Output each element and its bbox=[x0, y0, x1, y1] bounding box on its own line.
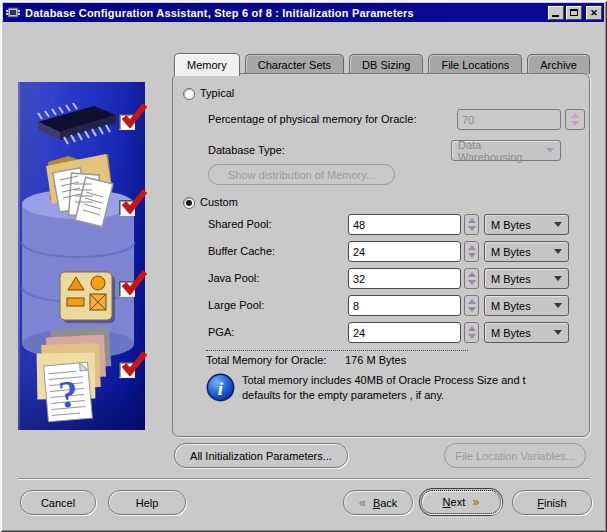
close-icon: ✕ bbox=[590, 8, 598, 18]
database-type-label: Database Type: bbox=[208, 140, 285, 161]
unit-value: M Bytes bbox=[491, 246, 531, 258]
java-pool-unit-select[interactable]: M Bytes bbox=[484, 268, 569, 289]
total-memory-label: Total Memory for Oracle: bbox=[206, 350, 326, 371]
button-label: Back bbox=[373, 497, 397, 509]
shared-pool-spinner[interactable] bbox=[464, 214, 479, 235]
field-value: 8 bbox=[353, 300, 359, 312]
button-label: Cancel bbox=[41, 497, 75, 509]
spinner-down-icon bbox=[571, 121, 579, 126]
minimize-icon bbox=[552, 15, 559, 17]
app-icon bbox=[6, 5, 21, 20]
window-title: Database Configuration Assistant, Step 6… bbox=[25, 7, 546, 19]
spinner-up-icon bbox=[468, 272, 476, 277]
file-location-variables-button: File Location Variables... bbox=[444, 443, 586, 468]
java-pool-field[interactable]: 32 bbox=[348, 268, 461, 289]
step-check-3 bbox=[119, 271, 149, 301]
buffer-cache-spinner[interactable] bbox=[464, 241, 479, 262]
java-pool-spinner[interactable] bbox=[464, 268, 479, 289]
database-type-select: Data Warehousing bbox=[451, 140, 561, 161]
pga-unit-select[interactable]: M Bytes bbox=[484, 322, 569, 343]
step-check-2 bbox=[119, 190, 149, 220]
tab-file-locations[interactable]: File Locations bbox=[428, 54, 522, 74]
dialog-window: Database Configuration Assistant, Step 6… bbox=[0, 0, 607, 532]
info-message: Total memory includes 40MB of Oracle Pro… bbox=[242, 373, 582, 403]
percentage-value: 70 bbox=[462, 114, 474, 126]
svg-text:i: i bbox=[218, 378, 224, 399]
tab-label: File Locations bbox=[441, 59, 509, 71]
large-pool-label: Large Pool: bbox=[208, 295, 264, 316]
buffer-cache-field[interactable]: 24 bbox=[348, 241, 461, 262]
footer-divider bbox=[18, 478, 590, 480]
tab-memory[interactable]: Memory bbox=[174, 53, 240, 76]
cancel-button[interactable]: Cancel bbox=[20, 490, 96, 515]
memory-chip-icon bbox=[38, 103, 116, 144]
button-label: Finish bbox=[537, 497, 566, 509]
dropdown-arrow-icon bbox=[554, 249, 562, 254]
button-label: Next bbox=[443, 496, 466, 508]
tab-archive[interactable]: Archive bbox=[527, 54, 590, 74]
field-value: 32 bbox=[353, 273, 365, 285]
tab-label: DB Sizing bbox=[362, 59, 410, 71]
maximize-icon bbox=[570, 9, 578, 16]
dropdown-arrow-icon bbox=[546, 148, 554, 153]
large-pool-field[interactable]: 8 bbox=[348, 295, 461, 316]
dropdown-arrow-icon bbox=[554, 276, 562, 281]
typical-radio[interactable] bbox=[183, 88, 195, 100]
shared-pool-unit-select[interactable]: M Bytes bbox=[484, 214, 569, 235]
large-pool-unit-select[interactable]: M Bytes bbox=[484, 295, 569, 316]
spinner-up-icon bbox=[468, 245, 476, 250]
next-button[interactable]: Next » bbox=[421, 490, 501, 514]
wizard-sidebar: ? bbox=[18, 82, 145, 430]
button-label: File Location Variables... bbox=[455, 450, 575, 462]
help-button[interactable]: Help bbox=[108, 490, 186, 515]
red-checkmark-icon bbox=[121, 188, 149, 214]
button-label: All Initialization Parameters... bbox=[190, 450, 332, 462]
red-checkmark-icon bbox=[121, 269, 149, 295]
spinner-down-icon bbox=[468, 280, 476, 285]
shared-pool-field[interactable]: 48 bbox=[348, 214, 461, 235]
shared-pool-label: Shared Pool: bbox=[208, 214, 272, 235]
unit-value: M Bytes bbox=[491, 219, 531, 231]
tab-db-sizing[interactable]: DB Sizing bbox=[349, 54, 423, 74]
unit-value: M Bytes bbox=[491, 273, 531, 285]
minimize-button[interactable] bbox=[548, 6, 564, 20]
all-initialization-parameters-button[interactable]: All Initialization Parameters... bbox=[174, 443, 348, 468]
show-distribution-button: Show distribution of Memory... bbox=[208, 164, 395, 185]
info-line-1: Total memory includes 40MB of Oracle Pro… bbox=[242, 373, 582, 388]
tab-label: Archive bbox=[540, 59, 577, 71]
tab-label: Memory bbox=[187, 59, 227, 71]
pga-label: PGA: bbox=[208, 322, 234, 343]
spinner-down-icon bbox=[468, 307, 476, 312]
percentage-field: 70 bbox=[457, 109, 561, 130]
custom-radio[interactable] bbox=[183, 197, 195, 209]
spinner-up-icon bbox=[468, 218, 476, 223]
database-type-value: Data Warehousing bbox=[458, 139, 546, 163]
maximize-button[interactable] bbox=[566, 6, 582, 20]
tab-character-sets[interactable]: Character Sets bbox=[245, 54, 344, 74]
info-line-2: defaults for the empty parameters , if a… bbox=[242, 388, 582, 403]
close-button[interactable]: ✕ bbox=[586, 6, 602, 20]
spinner-down-icon bbox=[468, 226, 476, 231]
total-memory-value: 176 M Bytes bbox=[345, 350, 406, 371]
spinner-up-icon bbox=[571, 113, 579, 118]
unit-value: M Bytes bbox=[491, 300, 531, 312]
step-check-4 bbox=[119, 352, 149, 382]
large-pool-spinner[interactable] bbox=[464, 295, 479, 316]
spinner-up-icon bbox=[468, 326, 476, 331]
red-checkmark-icon bbox=[121, 102, 149, 128]
next-chevron-icon: » bbox=[472, 497, 479, 507]
pga-spinner[interactable] bbox=[464, 322, 479, 343]
field-value: 48 bbox=[353, 219, 365, 231]
field-value: 24 bbox=[353, 327, 365, 339]
buffer-cache-label: Buffer Cache: bbox=[208, 241, 275, 262]
next-button-focus-ring: Next » bbox=[419, 488, 503, 516]
custom-radio-label: Custom bbox=[200, 192, 238, 213]
button-label: Help bbox=[136, 497, 159, 509]
tab-label: Character Sets bbox=[258, 59, 331, 71]
button-label: Show distribution of Memory... bbox=[228, 169, 375, 181]
back-button[interactable]: « Back bbox=[343, 490, 413, 515]
finish-button[interactable]: Finish bbox=[512, 490, 592, 515]
pga-field[interactable]: 24 bbox=[348, 322, 461, 343]
buffer-cache-unit-select[interactable]: M Bytes bbox=[484, 241, 569, 262]
object-shapes-icon bbox=[60, 272, 115, 323]
